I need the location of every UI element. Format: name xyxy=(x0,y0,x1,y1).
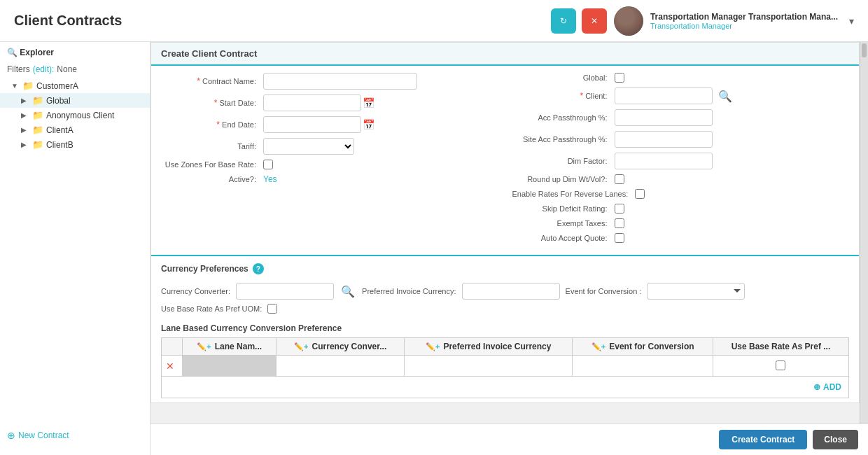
sidebar-item-anonymous-client[interactable]: ▶ 📁 Anonymous Client xyxy=(0,108,150,122)
end-date-row: * End Date: 📅 xyxy=(161,116,498,133)
sidebar-item-customerA[interactable]: ▼ 📁 CustomerA xyxy=(0,78,150,93)
user-info: Transportation Manager Transportation Ma… xyxy=(650,12,838,30)
auto-accept-row: Auto Accept Quote: xyxy=(512,233,850,243)
currency-converter-input[interactable] xyxy=(236,283,334,300)
client-row: * Client: 🔍 xyxy=(512,88,850,104)
site-acc-passthrough-input[interactable] xyxy=(615,131,713,148)
use-base-rate-row: Use Base Rate As Pref UOM: xyxy=(161,304,849,314)
refresh-button[interactable]: ↻ xyxy=(551,8,576,34)
calendar-icon[interactable]: 📅 xyxy=(363,119,374,130)
table-header-currency-converter[interactable]: ✏️+ Currency Conver... xyxy=(276,338,405,356)
form-body: * Contract Name: * Start Date: xyxy=(151,66,859,255)
expand-icon: ▶ xyxy=(21,126,29,134)
auto-accept-checkbox[interactable] xyxy=(615,233,624,243)
skip-deficit-row: Skip Deficit Rating: xyxy=(512,204,850,214)
folder-icon: 📁 xyxy=(32,110,43,120)
row-use-base-checkbox[interactable] xyxy=(776,360,785,370)
round-up-checkbox[interactable] xyxy=(615,174,624,184)
table-header-row: ✏️+ Lane Nam... ✏️+ Currency Conver... ✏… xyxy=(162,338,849,356)
tariff-select[interactable] xyxy=(263,138,354,155)
table-row: ✕ xyxy=(162,356,849,377)
event-conversion-label: Event for Conversion : xyxy=(566,287,642,295)
currency-search-button[interactable]: 🔍 xyxy=(340,285,356,298)
preferred-invoice-input[interactable] xyxy=(462,283,560,300)
avatar-image xyxy=(614,6,643,36)
content-footer: Create Contract Close xyxy=(150,424,868,455)
table-header-lane-name[interactable]: ✏️+ Lane Nam... xyxy=(183,338,276,356)
start-date-row: * Start Date: 📅 xyxy=(161,94,498,111)
dim-factor-input[interactable] xyxy=(615,153,713,169)
edit-icon: ✏️+ xyxy=(197,342,211,351)
col-label: Event for Conversion xyxy=(609,342,694,351)
event-conversion-cell[interactable] xyxy=(573,356,713,377)
exempt-taxes-checkbox[interactable] xyxy=(615,218,624,228)
event-conversion-select[interactable] xyxy=(647,283,745,300)
currency-converter-row: Currency Converter: 🔍 Preferred Invoice … xyxy=(161,283,849,300)
vertical-scrollbar[interactable] xyxy=(860,42,868,424)
lane-section: Lane Based Currency Conversion Preferenc… xyxy=(151,321,859,402)
chevron-down-icon[interactable]: ▾ xyxy=(849,15,854,27)
start-date-input[interactable] xyxy=(263,94,361,111)
form-right-col: Global: * Client: 🔍 A xyxy=(512,73,850,248)
create-contract-button[interactable]: Create Contract xyxy=(719,430,807,449)
dim-factor-label: Dim Factor: xyxy=(512,157,610,165)
sidebar-item-clientA[interactable]: ▶ 📁 ClientA xyxy=(0,122,150,137)
round-up-label: Round up Dim Wt/Vol?: xyxy=(512,175,610,183)
plus-icon: ⊕ xyxy=(813,382,820,392)
table-header-event-conversion[interactable]: ✏️+ Event for Conversion xyxy=(573,338,713,356)
sidebar-item-clientB[interactable]: ▶ 📁 ClientB xyxy=(0,137,150,152)
close-header-button[interactable]: ✕ xyxy=(582,8,607,34)
contract-name-input[interactable] xyxy=(263,73,417,90)
new-contract-label: New Contract xyxy=(18,430,69,440)
currency-converter-cell[interactable] xyxy=(276,356,405,377)
filters-edit[interactable]: (edit): xyxy=(33,64,55,74)
header-actions: ↻ ✕ xyxy=(551,8,607,34)
sidebar-item-global[interactable]: ▶ 📁 Global xyxy=(0,93,150,108)
contract-name-row: * Contract Name: xyxy=(161,73,498,90)
round-up-row: Round up Dim Wt/Vol?: xyxy=(512,174,850,184)
table-header-use-base[interactable]: Use Base Rate As Pref ... xyxy=(713,338,848,356)
client-search-button[interactable]: 🔍 xyxy=(717,90,734,103)
global-row: Global: xyxy=(512,73,850,83)
client-input[interactable] xyxy=(615,88,713,104)
lane-name-cell[interactable] xyxy=(183,356,276,377)
table-header-preferred-invoice[interactable]: ✏️+ Preferred Invoice Currency xyxy=(404,338,572,356)
info-icon[interactable]: ? xyxy=(253,263,264,274)
sidebar: 🔍 Explorer Filters (edit): None ▼ 📁 Cust… xyxy=(0,42,150,455)
use-base-rate-cell[interactable] xyxy=(713,356,848,377)
end-date-input[interactable] xyxy=(263,116,361,133)
content-main: Create Client Contract * Contract Name: xyxy=(150,42,860,424)
explorer-label: Explorer xyxy=(20,48,54,57)
currency-prefs-body: Currency Converter: 🔍 Preferred Invoice … xyxy=(151,279,859,321)
page-title: Client Contracts xyxy=(14,13,551,29)
col-label: Preferred Invoice Currency xyxy=(443,342,551,351)
auto-accept-label: Auto Accept Quote: xyxy=(512,234,610,242)
filters-row: Filters (edit): None xyxy=(0,63,150,78)
preferred-invoice-cell[interactable] xyxy=(404,356,572,377)
tree-label: Anonymous Client xyxy=(46,111,114,120)
new-contract-link[interactable]: ⊕ New Contract xyxy=(7,430,143,441)
plus-circle-icon: ⊕ xyxy=(7,430,15,441)
currency-converter-label: Currency Converter: xyxy=(161,287,230,295)
active-row: Active?: Yes xyxy=(161,174,498,184)
active-value: Yes xyxy=(263,174,277,184)
enable-rates-checkbox[interactable] xyxy=(635,189,645,199)
use-base-rate-checkbox[interactable] xyxy=(267,304,277,314)
tree-label: ClientB xyxy=(46,140,74,150)
add-button[interactable]: ⊕ ADD xyxy=(806,379,848,395)
acc-passthrough-label: Acc Passthrough %: xyxy=(512,113,610,122)
acc-passthrough-input[interactable] xyxy=(615,109,713,126)
delete-row-button[interactable]: ✕ xyxy=(166,360,174,372)
skip-deficit-checkbox[interactable] xyxy=(615,204,624,214)
global-checkbox[interactable] xyxy=(615,73,624,83)
start-date-label: * Start Date: xyxy=(161,98,259,108)
edit-icon: ✏️+ xyxy=(294,342,308,351)
edit-icon: ✏️+ xyxy=(426,342,440,351)
search-icon: 🔍 xyxy=(7,48,18,57)
preferred-invoice-label: Preferred Invoice Currency: xyxy=(362,287,456,295)
use-zones-checkbox[interactable] xyxy=(263,160,273,169)
calendar-icon[interactable]: 📅 xyxy=(363,97,374,108)
close-button[interactable]: Close xyxy=(813,430,858,449)
expand-icon: ▶ xyxy=(21,111,29,119)
user-role: Transportation Manager xyxy=(650,22,838,30)
